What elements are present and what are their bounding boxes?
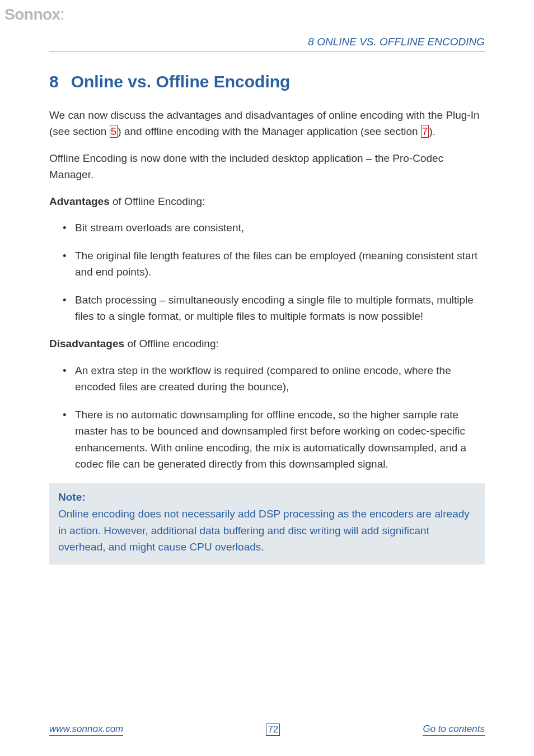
disadvantages-label: Disadvantages: [49, 338, 124, 349]
offline-description: Offline Encoding is now done with the in…: [49, 150, 485, 183]
disadvantages-heading: Disadvantages of Offline encoding:: [49, 335, 485, 352]
list-item: Batch processing – simultaneously encodi…: [75, 292, 485, 325]
logo-accent: :: [60, 6, 64, 23]
section-heading: 8Online vs. Offline Encoding: [49, 72, 485, 91]
page-footer: www.sonnox.com 72 Go to contents: [49, 724, 485, 736]
section-link-5[interactable]: 5: [110, 125, 118, 138]
note-box: Note: Online encoding does not necessari…: [49, 483, 485, 564]
intro-paragraph: We can now discuss the advantages and di…: [49, 107, 485, 140]
advantages-suffix: of Offline Encoding:: [110, 195, 205, 207]
logo-text: Sonnox: [4, 6, 60, 23]
disadvantages-suffix: of Offline encoding:: [124, 338, 219, 349]
list-item: An extra step in the workflow is require…: [75, 362, 485, 395]
advantages-label: Advantages: [49, 195, 110, 207]
list-item: The original file length features of the…: [75, 248, 485, 281]
running-header: 8 ONLINE VS. OFFLINE ENCODING: [49, 36, 485, 52]
footer-url-link[interactable]: www.sonnox.com: [49, 724, 123, 736]
section-link-7[interactable]: 7: [421, 125, 429, 138]
contents-link[interactable]: Go to contents: [423, 724, 485, 736]
advantages-list: Bit stream overloads are consistent, The…: [49, 220, 485, 324]
note-title: Note:: [58, 491, 476, 503]
section-number: 8: [49, 72, 59, 91]
note-body: Online encoding does not necessarily add…: [58, 506, 476, 555]
intro-part3: ).: [429, 125, 435, 137]
section-title-text: Online vs. Offline Encoding: [71, 72, 291, 91]
advantages-heading: Advantages of Offline Encoding:: [49, 193, 485, 209]
page-content: 8 ONLINE VS. OFFLINE ENCODING 8Online vs…: [49, 36, 485, 564]
brand-logo: Sonnox:: [4, 6, 64, 24]
list-item: Bit stream overloads are consistent,: [75, 220, 485, 236]
disadvantages-list: An extra step in the workflow is require…: [49, 362, 485, 473]
page-number: 72: [266, 724, 280, 736]
intro-part2: ) and offline encoding with the Manager …: [118, 125, 421, 137]
list-item: There is no automatic downsampling for o…: [75, 407, 485, 473]
